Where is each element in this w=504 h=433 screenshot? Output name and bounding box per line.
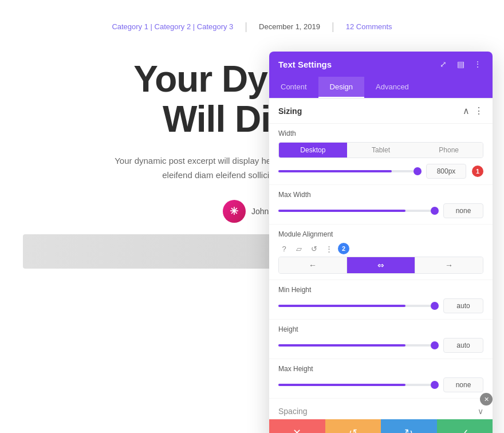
alignment-icons-row: ← ⇔ →: [278, 257, 483, 274]
align-right-btn[interactable]: →: [415, 257, 483, 273]
sizing-title: Sizing: [278, 107, 302, 116]
max-width-slider-track[interactable]: [278, 210, 438, 212]
align-help-icon[interactable]: ?: [278, 243, 290, 254]
height-value[interactable]: auto: [443, 338, 483, 353]
align-reset-icon[interactable]: ↺: [308, 243, 320, 254]
align-more-icon[interactable]: ⋮: [323, 243, 334, 254]
meta-divider-2: |: [332, 21, 334, 33]
align-copy-icon[interactable]: ▱: [293, 243, 305, 254]
align-left-btn[interactable]: ←: [279, 257, 347, 273]
panel-footer: ✕ ↺ ↻ ✓: [269, 419, 493, 433]
min-height-slider-fill: [278, 305, 405, 307]
panel-columns-icon[interactable]: ▤: [455, 58, 466, 70]
meta-categories[interactable]: Category 1 | Category 2 | Category 3: [112, 22, 233, 31]
tab-advanced[interactable]: Advanced: [364, 77, 420, 98]
module-alignment-label: Module Alignment: [278, 230, 483, 238]
height-label: Height: [278, 325, 483, 333]
resp-tab-phone[interactable]: Phone: [415, 143, 483, 158]
max-width-slider-row: none: [278, 203, 483, 218]
max-height-label: Max Height: [278, 365, 483, 373]
min-height-value[interactable]: auto: [443, 298, 483, 313]
height-slider-track[interactable]: [278, 344, 438, 347]
tab-content[interactable]: Content: [269, 77, 318, 98]
max-height-slider-row: none: [278, 377, 483, 392]
avatar: ✳: [223, 200, 246, 223]
max-height-slider-thumb[interactable]: [431, 381, 439, 389]
panel-more-icon[interactable]: ⋮: [472, 58, 483, 70]
panel-title: Text Settings: [278, 60, 332, 69]
width-badge: 1: [472, 166, 483, 177]
height-slider-thumb[interactable]: [431, 341, 439, 349]
module-alignment-field: Module Alignment ? ▱ ↺ ⋮ 2 ← ⇔ →: [269, 225, 493, 280]
width-slider-track[interactable]: [278, 170, 420, 172]
sizing-more-icon[interactable]: ⋮: [474, 105, 483, 116]
spacing-title: Spacing: [278, 407, 308, 416]
reset-button[interactable]: ↺: [325, 419, 381, 433]
panel-expand-icon[interactable]: ⤢: [438, 58, 449, 70]
width-value[interactable]: 800px: [426, 164, 466, 179]
max-width-slider-thumb[interactable]: [431, 207, 439, 215]
redo-button[interactable]: ↻: [381, 419, 437, 433]
align-center-btn[interactable]: ⇔: [347, 257, 415, 273]
min-height-field: Min Height auto: [269, 280, 493, 320]
sizing-header-icons: ∧ ⋮: [463, 105, 483, 116]
width-field: Width Desktop Tablet Phone 800px 1: [269, 124, 493, 185]
resp-tab-desktop[interactable]: Desktop: [279, 143, 347, 158]
max-width-label: Max Width: [278, 191, 483, 199]
spacing-section[interactable]: Spacing ∨: [269, 399, 493, 419]
panel-tabs: Content Design Advanced: [269, 77, 493, 99]
panel-body: Sizing ∧ ⋮ Width Desktop Tablet Phone 80…: [269, 99, 493, 419]
width-label: Width: [278, 129, 483, 137]
meta-comments[interactable]: 12 Comments: [346, 22, 392, 31]
min-height-label: Min Height: [278, 286, 483, 294]
panel-close-x-button[interactable]: ✕: [480, 393, 493, 406]
cancel-button[interactable]: ✕: [269, 419, 325, 433]
width-slider-thumb[interactable]: [414, 167, 422, 175]
alignment-row: ? ▱ ↺ ⋮ 2: [278, 243, 483, 254]
max-width-slider-fill: [278, 210, 405, 212]
width-slider-fill: [278, 170, 392, 172]
spacing-chevron-icon: ∨: [478, 407, 483, 416]
min-height-slider-row: auto: [278, 298, 483, 313]
height-field: Height auto: [269, 320, 493, 359]
tab-design[interactable]: Design: [318, 77, 364, 98]
max-width-field: Max Width none: [269, 185, 493, 225]
sizing-section-header: Sizing ∧ ⋮: [269, 99, 493, 124]
meta-bar: Category 1 | Category 2 | Category 3 | D…: [23, 11, 481, 42]
height-slider-fill: [278, 344, 405, 347]
save-button[interactable]: ✓: [437, 419, 493, 433]
settings-panel: Text Settings ⤢ ▤ ⋮ Content Design Advan…: [269, 52, 493, 433]
meta-date: December 1, 2019: [259, 22, 320, 31]
max-width-value[interactable]: none: [443, 203, 483, 218]
max-height-field: Max Height none: [269, 359, 493, 399]
panel-header: Text Settings ⤢ ▤ ⋮: [269, 52, 493, 77]
alignment-badge: 2: [338, 243, 349, 254]
responsive-tabs: Desktop Tablet Phone: [278, 142, 483, 158]
min-height-slider-track[interactable]: [278, 305, 438, 307]
max-height-slider-track[interactable]: [278, 384, 438, 386]
resp-tab-tablet[interactable]: Tablet: [347, 143, 415, 158]
min-height-slider-thumb[interactable]: [431, 302, 439, 310]
height-slider-row: auto: [278, 338, 483, 353]
meta-divider: |: [245, 21, 247, 33]
panel-header-icons: ⤢ ▤ ⋮: [438, 58, 483, 70]
width-slider-row: 800px 1: [278, 164, 483, 179]
sizing-collapse-icon[interactable]: ∧: [463, 105, 470, 116]
max-height-value[interactable]: none: [443, 377, 483, 392]
max-height-slider-fill: [278, 384, 405, 386]
